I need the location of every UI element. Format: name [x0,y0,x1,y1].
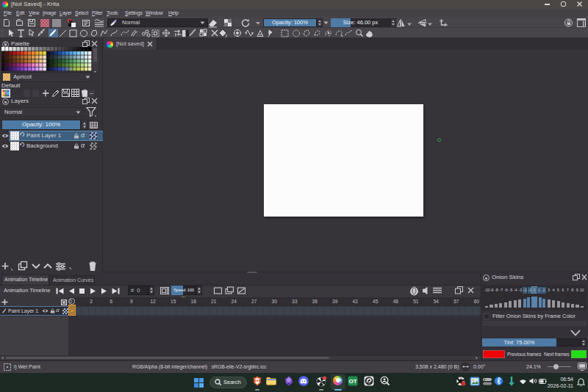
svg-text:OT: OT [348,378,356,385]
